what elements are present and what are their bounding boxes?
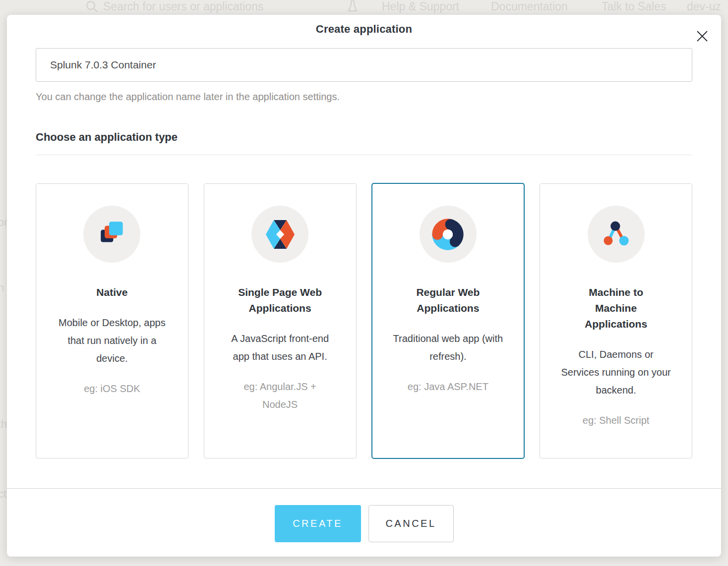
app-type-card-regular-web[interactable]: Regular Web Applications Traditional web… (372, 183, 525, 458)
section-divider (36, 155, 692, 155)
card-example: eg: Angular.JS + NodeJS (228, 378, 332, 413)
card-title: Native (96, 284, 127, 300)
choose-type-heading: Choose an application type (36, 131, 692, 144)
tenant-menu[interactable]: dev-uz (687, 0, 721, 13)
card-example: eg: Shell Script (583, 411, 650, 429)
swirl-donut-icon (420, 206, 477, 263)
create-application-modal: Create application You can change the ap… (7, 15, 721, 557)
card-description: Mobile or Desktop, apps that run nativel… (55, 314, 170, 367)
app-type-card-spa[interactable]: Single Page Web Applications A JavaScrip… (204, 183, 357, 458)
card-title: Machine to Machine Applications (581, 284, 651, 332)
modal-footer: CREATE CANCEL (7, 488, 721, 557)
sidebar-fragment: n (0, 282, 4, 294)
application-name-input[interactable] (36, 48, 692, 82)
card-title: Regular Web Applications (411, 284, 485, 316)
connected-nodes-icon (588, 206, 645, 263)
modal-title: Create application (7, 23, 721, 36)
card-description: CLI, Daemons or Services running on your… (558, 345, 673, 399)
close-icon (695, 29, 710, 45)
application-name-helper-text: You can change the application name late… (36, 91, 692, 103)
app-type-card-m2m[interactable]: Machine to Machine Applications CLI, Dae… (540, 183, 692, 458)
app-type-card-native[interactable]: Native Mobile or Desktop, apps that run … (36, 183, 188, 458)
gem-diamond-icon (251, 206, 308, 263)
stacked-squares-icon (83, 206, 140, 263)
cancel-button[interactable]: CANCEL (368, 505, 454, 542)
topbar-link-talk-to-sales[interactable]: Talk to Sales (602, 0, 666, 13)
card-title: Single Page Web Applications (232, 284, 328, 316)
card-example: eg: iOS SDK (84, 380, 140, 397)
create-button[interactable]: CREATE (275, 505, 361, 542)
topbar: Search for users or applications Help & … (0, 0, 728, 15)
topbar-link-help[interactable]: Help & Support (382, 0, 459, 13)
search-input[interactable]: Search for users or applications (103, 0, 263, 13)
search-icon (85, 0, 98, 16)
topbar-link-documentation[interactable]: Documentation (491, 0, 568, 13)
card-description: A JavaScript front-end app that uses an … (223, 330, 338, 365)
flask-icon (347, 0, 358, 16)
sidebar-fragment: th (0, 418, 7, 431)
close-button[interactable] (692, 27, 712, 47)
sidebar-fragment: ct (0, 488, 6, 501)
card-description: Traditional web app (with refresh). (390, 330, 505, 365)
card-example: eg: Java ASP.NET (408, 378, 488, 396)
application-type-cards: Native Mobile or Desktop, apps that run … (36, 183, 692, 458)
